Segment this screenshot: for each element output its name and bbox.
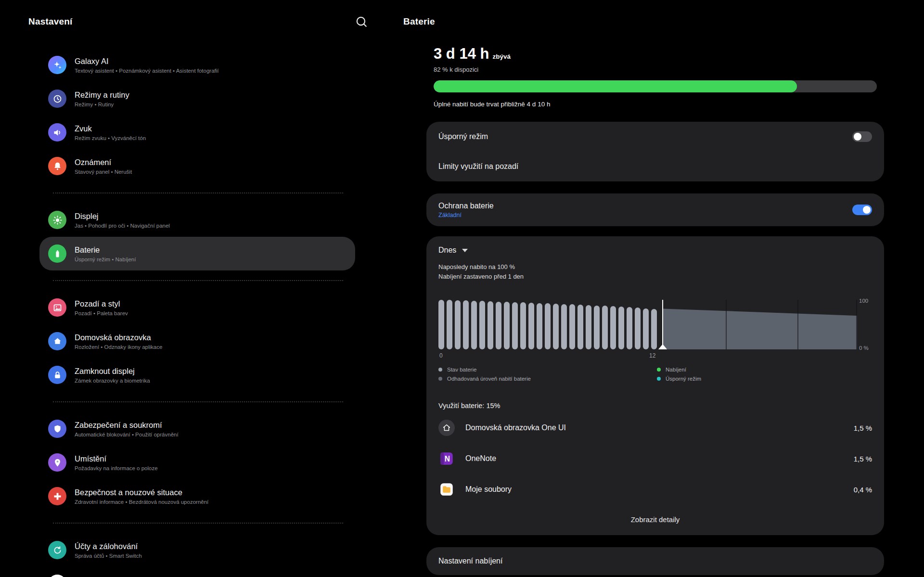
battery-protection-value: Základní [438,212,494,218]
home-icon [48,332,66,350]
battery-level-bar [635,308,641,349]
battery-level-bar [496,302,501,349]
sidebar-item-google[interactable]: G [39,567,355,577]
legend-dot-icon [657,377,661,381]
battery-level-bar [610,306,616,349]
sidebar-item-bezpecnost-a-nouzove-situace[interactable]: Bezpečnost a nouzové situaceZdravotní in… [39,479,355,513]
battery-level-bar [561,304,567,349]
battery-protection-label: Ochrana baterie [438,202,494,210]
sidebar-item-label: Galaxy AI [75,57,219,66]
battery-protection-card: Ochrana baterie Základní [426,193,884,226]
sparkles-icon [48,56,66,74]
battery-level-bar [537,303,542,349]
app-usage-row[interactable]: Domovská obrazovka One UI1,5 % [438,412,872,443]
pin-icon [48,453,66,472]
app-usage-percent: 0,4 % [854,486,872,494]
background-limits-row[interactable]: Limity využití na pozadí [426,152,884,181]
sidebar-item-label: Režimy a rutiny [75,90,129,100]
legend-item: Odhadovaná úroveň nabití baterie [438,376,657,382]
power-saving-toggle[interactable] [852,131,872,142]
sidebar-item-label: Oznámení [75,158,132,167]
sidebar-item-sublabel: Režimy • Rutiny [75,102,129,107]
power-saving-row[interactable]: Úsporný režim [426,122,884,152]
estimated-level-area [663,300,857,349]
battery-progress-bar [434,80,877,92]
battery-icon [48,244,66,263]
sidebar-divider [39,392,355,412]
period-selector[interactable]: Dnes [438,246,468,255]
battery-level-bar [594,306,600,349]
legend-item: Stav baterie [438,367,657,372]
sidebar-item-sublabel: Zdravotní informace • Bezdrátová nouzová… [75,499,208,505]
app-usage-percent: 1,5 % [854,424,872,432]
toggle-knob [854,133,861,141]
sidebar-item-zvuk[interactable]: ZvukRežim zvuku • Vyzváněcí tón [39,115,355,149]
sidebar-item-oznameni[interactable]: OznámeníStavový panel • Nerušit [39,149,355,183]
sidebar-item-sublabel: Jas • Pohodlí pro oči • Navigační panel [75,223,170,229]
sidebar-item-label: Domovská obrazovka [75,333,162,342]
sun-icon [48,211,66,229]
app-usage-row[interactable]: NOneNote1,5 % [438,443,872,474]
app-usage-percent: 1,5 % [854,455,872,463]
charging-stopped-text: Nabíjení zastaveno před 1 den [438,272,872,282]
legend-label: Odhadovaná úroveň nabití baterie [447,376,531,382]
battery-level-bar [455,300,461,349]
speaker-icon [48,123,66,141]
search-icon [355,21,368,29]
sidebar-item-pozadi-a-styl[interactable]: Pozadí a stylPozadí • Paleta barev [39,291,355,324]
chart-gridline [856,300,857,349]
legend-dot-icon [657,368,661,372]
full-charge-estimate: Úplné nabití bude trvat přibližně 4 d 10… [426,101,884,108]
sidebar-item-displej[interactable]: DisplejJas • Pohodlí pro oči • Navigační… [39,203,355,237]
battery-protection-toggle[interactable] [852,205,872,215]
sidebar-divider [39,270,355,291]
sidebar-item-label: Pozadí a styl [75,299,128,308]
sidebar-item-sublabel: Režim zvuku • Vyzváněcí tón [75,135,146,141]
sidebar-item-ucty-a-zalohovani[interactable]: Účty a zálohováníSpráva účtů • Smart Swi… [39,533,355,567]
sidebar-item-galaxy-ai[interactable]: Galaxy AITextový asistent • Poznámkový a… [39,48,355,82]
sidebar-item-text: OznámeníStavový panel • Nerušit [75,158,132,175]
battery-bars [438,300,657,349]
sidebar-item-text: Zamknout displejZámek obrazovky a biomet… [75,367,150,384]
settings-sidebar: Galaxy AITextový asistent • Poznámkový a… [39,48,355,577]
sidebar-item-label: Zabezpečení a soukromí [75,421,179,430]
sidebar-item-label: Bezpečnost a nouzové situace [75,488,208,497]
sidebar-item-sublabel: Rozložení • Odznaky ikony aplikace [75,344,162,350]
sidebar-item-text: UmístěníPožadavky na informace o poloze [75,454,158,471]
x-axis-labels: 0 12 [438,352,857,360]
sidebar-item-domovska-obrazovka[interactable]: Domovská obrazovkaRozložení • Odznaky ik… [39,324,355,358]
sidebar-item-text: Zabezpečení a soukromíAutomatické blokov… [75,421,179,437]
charging-settings-label: Nastavení nabíjení [438,557,502,565]
sidebar-item-sublabel: Zámek obrazovky a biometrika [75,378,150,384]
sidebar-item-label: Displej [75,212,170,221]
sidebar-item-zabezpeceni-a-soukromi[interactable]: Zabezpečení a soukromíAutomatické blokov… [39,412,355,446]
sidebar-item-umisteni[interactable]: UmístěníPožadavky na informace o poloze [39,446,355,479]
legend-label: Stav baterie [447,367,476,372]
chart-time-marker [662,300,663,349]
battery-protection-row[interactable]: Ochrana baterie Základní [426,193,884,226]
chart-legend: Stav baterieOdhadovaná úroveň nabití bat… [438,367,872,382]
onenote-app-icon: N [438,450,455,467]
legend-item: Nabíjení [657,367,701,372]
time-remaining: 3 d 14 h [434,45,489,63]
battery-level-bar [651,309,657,349]
search-button[interactable] [355,15,369,29]
y-axis-top-label: 100 [859,298,874,304]
show-details-button[interactable]: Zobrazit detaily [438,505,872,535]
shield-icon [48,420,66,438]
battery-level-bar [569,304,575,349]
sidebar-item-rezimy-a-rutiny[interactable]: Režimy a rutinyRežimy • Rutiny [39,82,355,115]
charge-info: Naposledy nabito na 100 % Nabíjení zasta… [438,262,872,282]
bell-icon [48,157,66,175]
charging-settings-row[interactable]: Nastavení nabíjení [426,547,884,575]
legend-label: Úsporný režim [666,376,701,382]
sidebar-item-label: Baterie [75,245,136,255]
battery-level-bar [643,308,649,349]
battery-level-bar [488,301,493,349]
google-icon: G [48,575,66,577]
battery-level-bar [471,301,477,349]
sidebar-item-zamknout-displej[interactable]: Zamknout displejZámek obrazovky a biomet… [39,358,355,392]
sidebar-item-baterie[interactable]: BaterieÚsporný režim • Nabíjení [39,237,355,270]
app-usage-row[interactable]: Moje soubory0,4 % [438,474,872,505]
battery-available: 82 % k dispozici [434,66,877,73]
